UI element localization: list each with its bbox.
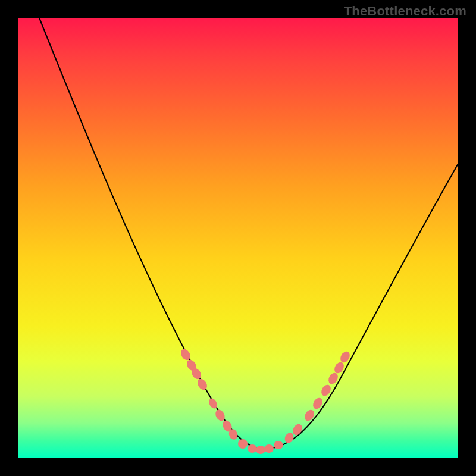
bottleneck-curve — [39, 18, 458, 449]
marker-dot — [274, 441, 283, 449]
marker-dot — [303, 408, 316, 422]
marker-dot — [196, 377, 209, 392]
marker-group — [179, 347, 352, 454]
watermark-text: TheBottleneck.com — [344, 4, 466, 19]
plot-area — [18, 18, 458, 458]
marker-dot — [248, 444, 257, 453]
chart-svg — [18, 18, 458, 458]
marker-dot — [256, 446, 265, 454]
marker-dot — [238, 439, 248, 449]
marker-dot — [264, 444, 274, 453]
